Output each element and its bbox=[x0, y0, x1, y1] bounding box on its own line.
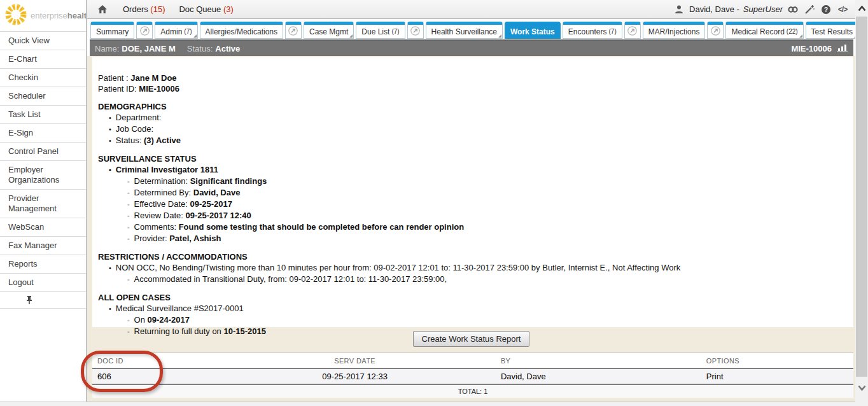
patient-id-value: MIE-10006 bbox=[139, 84, 179, 94]
tab-count: (7) bbox=[391, 28, 399, 35]
table-total-row: TOTAL: 1 bbox=[92, 385, 853, 398]
scroll-down-icon[interactable] bbox=[855, 381, 868, 395]
code-icon[interactable]: </> bbox=[836, 4, 849, 15]
create-work-status-report-button[interactable]: Create Work Status Report bbox=[413, 331, 530, 347]
patient-header-bar: Name: DOE, JANE M Status: Active MIE-100… bbox=[90, 39, 853, 56]
patient-name-label: Name: bbox=[95, 44, 119, 53]
item-value: Found some testing that should be comple… bbox=[179, 222, 465, 232]
tab-encounters-popout[interactable] bbox=[624, 22, 641, 39]
popout-arrow-icon bbox=[288, 26, 298, 38]
tab-label: Work Status bbox=[510, 27, 555, 36]
col-header-by: BY bbox=[496, 357, 701, 365]
tab-count: (7) bbox=[184, 28, 192, 35]
work-status-report: Patient : Jane M Doe Patient ID: MIE-100… bbox=[92, 57, 853, 327]
tab-due-list[interactable]: Due List(7) bbox=[356, 22, 405, 39]
tab-allergies-medications[interactable]: Allergies/Medications bbox=[200, 22, 283, 39]
surveillance-job-bullet: Criminal Investigator 1811 bbox=[109, 164, 847, 176]
table-row[interactable]: 606 09-25-2017 12:33 David, Dave Print bbox=[92, 369, 853, 384]
patient-status-value: Active bbox=[215, 44, 240, 53]
sidebar-item-e-sign[interactable]: E-Sign bbox=[0, 123, 86, 142]
tab-label: Medical Record bbox=[731, 27, 784, 36]
sidebar-item-e-chart[interactable]: E-Chart bbox=[0, 50, 86, 68]
tab-test-results[interactable]: Test Results bbox=[806, 22, 858, 39]
dropdown-corner-icon bbox=[799, 34, 802, 38]
tab-encounters[interactable]: Encounters(7) bbox=[563, 22, 622, 39]
demographics-job-code: Job Code: bbox=[109, 123, 847, 135]
enterprisehealth-logo-icon bbox=[4, 3, 27, 29]
sidebar-item-control-panel[interactable]: Control Panel bbox=[0, 142, 86, 160]
tab-case-mgmt[interactable]: Case Mgmt bbox=[304, 22, 354, 39]
link-icon[interactable] bbox=[787, 4, 799, 15]
horizontal-scrollbar[interactable] bbox=[0, 402, 855, 406]
tab-label: Health Surveillance bbox=[431, 27, 497, 36]
tab-summary[interactable]: Summary bbox=[90, 22, 134, 39]
cell-by: David, Dave bbox=[496, 372, 701, 381]
print-link[interactable]: Print bbox=[701, 372, 853, 381]
scrollbar-thumb[interactable] bbox=[856, 17, 867, 377]
sidebar-item-webscan[interactable]: WebScan bbox=[0, 218, 86, 236]
item-label: On bbox=[134, 315, 148, 325]
sidebar-pin-row bbox=[0, 291, 86, 309]
table-header-row: DOC ID SERV DATE BY OPTIONS bbox=[92, 353, 853, 368]
restriction-accommodation: Accommodated in Transitional Duty, from:… bbox=[127, 274, 847, 285]
sidebar-item-logout[interactable]: Logout bbox=[0, 273, 86, 291]
help-icon[interactable]: ? bbox=[820, 4, 832, 15]
nav-orders-link[interactable]: Orders (15) bbox=[123, 4, 165, 14]
tab-mar-injections[interactable]: MAR/Injections bbox=[643, 22, 706, 39]
tab-due-list-popout[interactable] bbox=[407, 22, 424, 39]
dropdown-corner-icon bbox=[349, 34, 353, 38]
popout-arrow-icon bbox=[410, 26, 420, 38]
tab-label: Case Mgmt bbox=[309, 27, 348, 36]
tab-count: (7) bbox=[609, 28, 617, 35]
item-value: Significant findings bbox=[190, 176, 267, 186]
nav-doc-queue-count: (3) bbox=[223, 4, 234, 14]
tab-health-surveillance[interactable]: Health Surveillance bbox=[426, 22, 503, 39]
tab-summary-popout[interactable] bbox=[136, 22, 153, 39]
sidebar-item-employer-organizations[interactable]: Employer Organizations bbox=[0, 160, 86, 189]
button-row: Create Work Status Report bbox=[87, 331, 855, 347]
document-table: DOC ID SERV DATE BY OPTIONS 606 09-25-20… bbox=[92, 353, 853, 398]
tab-admin[interactable]: Admin(7) bbox=[155, 22, 197, 39]
col-header-doc-id: DOC ID bbox=[92, 357, 214, 365]
patient-line: Patient : Jane M Doe bbox=[98, 73, 847, 83]
sidebar-item-scheduler[interactable]: Scheduler bbox=[0, 87, 86, 105]
scroll-up-icon[interactable] bbox=[855, 1, 868, 15]
open-case-on-date: On 09-24-2017 bbox=[127, 314, 847, 326]
item-label: Job Code: bbox=[116, 124, 153, 134]
item-value: 09-25-2017 12:40 bbox=[185, 211, 251, 220]
sidebar-item-fax-manager[interactable]: Fax Manager bbox=[0, 236, 86, 255]
patient-label: Patient : bbox=[98, 73, 130, 83]
tab-medical-record[interactable]: Medical Record(22) bbox=[725, 22, 803, 39]
sidebar-item-provider-management[interactable]: Provider Management bbox=[0, 189, 86, 218]
nav-doc-queue-link[interactable]: Doc Queue (3) bbox=[179, 4, 233, 14]
section-title-open-cases: ALL OPEN CASES bbox=[98, 292, 847, 303]
restriction-bullet: NON OCC, No Bending/Twisting more than 1… bbox=[109, 262, 847, 274]
logo-part1: enterprise bbox=[31, 11, 67, 20]
tab-label: Allergies/Medications bbox=[206, 27, 277, 36]
tab-label: Due List bbox=[361, 27, 389, 36]
item-label: Effective Date: bbox=[134, 199, 190, 209]
tab-label: Summary bbox=[96, 27, 129, 36]
svg-text:?: ? bbox=[824, 6, 828, 13]
popout-arrow-icon bbox=[711, 26, 720, 38]
app-logo: enterprisehealth bbox=[0, 0, 86, 31]
tab-allergies-popout[interactable] bbox=[285, 22, 302, 39]
home-icon[interactable] bbox=[96, 4, 109, 15]
sidebar-item-task-list[interactable]: Task List bbox=[0, 105, 86, 123]
dropdown-corner-icon bbox=[498, 34, 501, 38]
user-icon bbox=[673, 4, 685, 15]
tab-work-status[interactable]: Work Status bbox=[505, 22, 561, 39]
sidebar-item-quick-view[interactable]: Quick View bbox=[0, 31, 86, 50]
popout-arrow-icon bbox=[140, 26, 150, 38]
item-value: (3) Active bbox=[144, 136, 181, 145]
tab-mar-popout[interactable] bbox=[707, 22, 724, 39]
wand-icon[interactable] bbox=[803, 4, 816, 15]
dropdown-corner-icon bbox=[193, 34, 197, 38]
surveillance-determination: Determination: Significant findings bbox=[127, 176, 847, 187]
sidebar-item-checkin[interactable]: Checkin bbox=[0, 68, 86, 87]
vertical-scrollbar[interactable] bbox=[855, 0, 868, 406]
pushpin-icon[interactable] bbox=[25, 295, 33, 306]
sidebar-item-reports[interactable]: Reports bbox=[0, 255, 86, 273]
tab-label: Encounters bbox=[568, 27, 607, 36]
chart-stats-icon[interactable] bbox=[837, 43, 848, 54]
